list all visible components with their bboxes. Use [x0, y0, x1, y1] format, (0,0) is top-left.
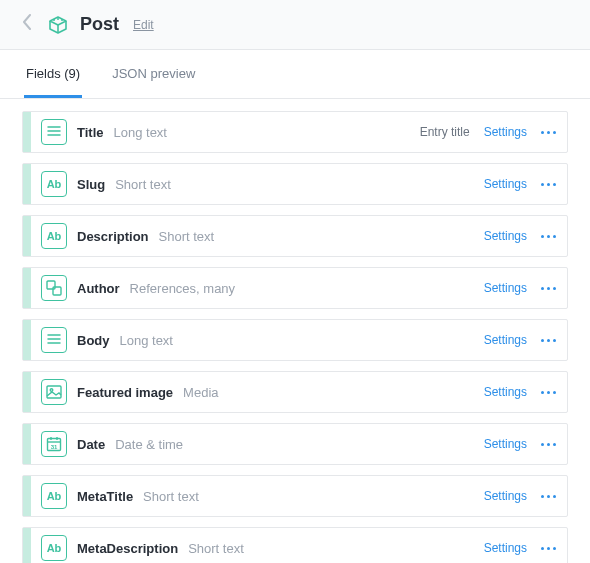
field-row[interactable]: Featured imageMediaSettings	[22, 371, 568, 413]
field-name: Author	[77, 281, 120, 296]
drag-handle[interactable]	[23, 164, 31, 204]
field-type-label: Short text	[159, 229, 215, 244]
field-name: Featured image	[77, 385, 173, 400]
field-row[interactable]: AuthorReferences, manySettings	[22, 267, 568, 309]
settings-link[interactable]: Settings	[484, 333, 527, 347]
date-icon: 31	[41, 431, 67, 457]
back-button[interactable]	[14, 10, 40, 39]
more-actions-icon[interactable]	[537, 121, 559, 143]
longtext-icon	[41, 119, 67, 145]
drag-handle[interactable]	[23, 476, 31, 516]
header-bar: Post Edit	[0, 0, 590, 50]
field-name: Slug	[77, 177, 105, 192]
more-actions-icon[interactable]	[537, 225, 559, 247]
settings-link[interactable]: Settings	[484, 229, 527, 243]
drag-handle[interactable]	[23, 112, 31, 152]
drag-handle[interactable]	[23, 216, 31, 256]
settings-link[interactable]: Settings	[484, 437, 527, 451]
svg-rect-8	[53, 287, 61, 295]
svg-rect-13	[47, 386, 61, 398]
more-actions-icon[interactable]	[537, 537, 559, 559]
more-actions-icon[interactable]	[537, 329, 559, 351]
more-actions-icon[interactable]	[537, 277, 559, 299]
field-row[interactable]: AbDescriptionShort textSettings	[22, 215, 568, 257]
drag-handle[interactable]	[23, 372, 31, 412]
svg-point-2	[61, 19, 63, 21]
settings-link[interactable]: Settings	[484, 125, 527, 139]
settings-link[interactable]: Settings	[484, 385, 527, 399]
shorttext-icon: Ab	[41, 483, 67, 509]
more-actions-icon[interactable]	[537, 173, 559, 195]
drag-handle[interactable]	[23, 268, 31, 308]
settings-link[interactable]: Settings	[484, 177, 527, 191]
drag-handle[interactable]	[23, 424, 31, 464]
field-row[interactable]: AbSlugShort textSettings	[22, 163, 568, 205]
svg-point-14	[50, 389, 53, 392]
field-type-label: Long text	[120, 333, 174, 348]
reference-icon	[41, 275, 67, 301]
shorttext-icon: Ab	[41, 535, 67, 561]
drag-handle[interactable]	[23, 528, 31, 563]
svg-point-1	[57, 18, 59, 20]
tab-fields[interactable]: Fields (9)	[24, 50, 82, 98]
field-type-label: Short text	[115, 177, 171, 192]
field-name: Title	[77, 125, 104, 140]
svg-text:31: 31	[51, 444, 58, 450]
shorttext-icon: Ab	[41, 171, 67, 197]
shorttext-icon: Ab	[41, 223, 67, 249]
media-icon	[41, 379, 67, 405]
svg-rect-7	[47, 281, 55, 289]
settings-link[interactable]: Settings	[484, 541, 527, 555]
field-type-label: Long text	[114, 125, 168, 140]
longtext-icon	[41, 327, 67, 353]
field-row[interactable]: TitleLong textEntry titleSettings	[22, 111, 568, 153]
more-actions-icon[interactable]	[537, 433, 559, 455]
field-type-label: Short text	[143, 489, 199, 504]
field-name: Date	[77, 437, 105, 452]
field-row[interactable]: 31 DateDate & timeSettings	[22, 423, 568, 465]
more-actions-icon[interactable]	[537, 485, 559, 507]
page-title: Post	[80, 14, 119, 35]
tabs: Fields (9) JSON preview	[0, 50, 590, 99]
field-type-label: Short text	[188, 541, 244, 556]
field-type-label: Media	[183, 385, 218, 400]
tab-json-preview[interactable]: JSON preview	[110, 50, 197, 98]
field-row[interactable]: AbMetaDescriptionShort textSettings	[22, 527, 568, 563]
drag-handle[interactable]	[23, 320, 31, 360]
field-name: MetaDescription	[77, 541, 178, 556]
field-type-label: References, many	[130, 281, 236, 296]
field-name: Description	[77, 229, 149, 244]
settings-link[interactable]: Settings	[484, 281, 527, 295]
field-name: MetaTitle	[77, 489, 133, 504]
entry-title-badge: Entry title	[420, 125, 470, 139]
field-row[interactable]: BodyLong textSettings	[22, 319, 568, 361]
settings-link[interactable]: Settings	[484, 489, 527, 503]
edit-link[interactable]: Edit	[133, 18, 154, 32]
field-row[interactable]: AbMetaTitleShort textSettings	[22, 475, 568, 517]
content-type-icon	[46, 13, 70, 37]
svg-point-0	[53, 19, 55, 21]
fields-list: TitleLong textEntry titleSettingsAbSlugS…	[0, 99, 590, 563]
more-actions-icon[interactable]	[537, 381, 559, 403]
field-name: Body	[77, 333, 110, 348]
field-type-label: Date & time	[115, 437, 183, 452]
